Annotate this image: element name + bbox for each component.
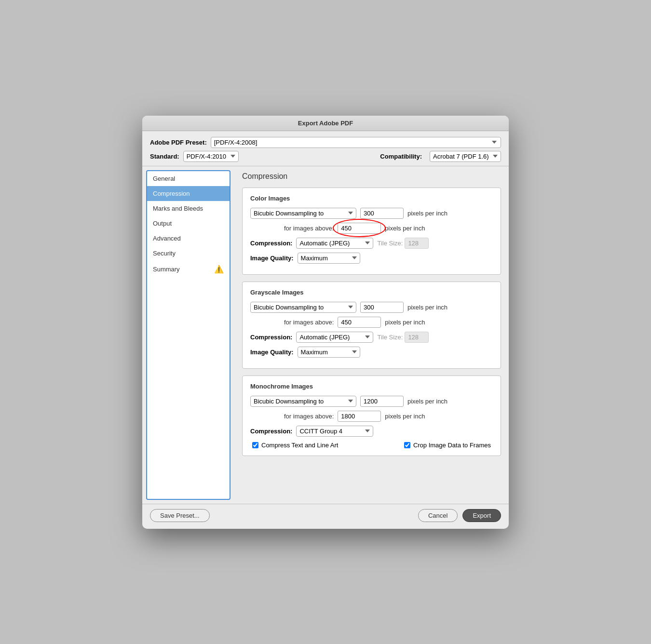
gray-compression-label: Compression: <box>250 334 292 341</box>
mono-for-images-label: for images above: <box>284 413 334 420</box>
warning-icon: ⚠️ <box>214 265 224 274</box>
gray-downsample-unit: pixels per inch <box>407 304 448 311</box>
gray-downsample-row: Bicubic Downsampling to pixels per inch <box>250 302 493 313</box>
color-compression-select[interactable]: Automatic (JPEG) <box>296 238 373 249</box>
main-content: General Compression Marks and Bleeds Out… <box>142 166 509 504</box>
mono-compression-label: Compression: <box>250 428 292 435</box>
export-button[interactable]: Export <box>462 509 501 522</box>
standard-label: Standard: <box>150 153 179 160</box>
color-images-panel: Color Images Bicubic Downsampling to pix… <box>242 188 501 275</box>
monochrome-images-title: Monochrome Images <box>250 383 493 390</box>
sidebar-item-general[interactable]: General <box>147 171 230 186</box>
mono-for-images-unit: pixels per inch <box>385 413 425 420</box>
monochrome-images-panel: Monochrome Images Bicubic Downsampling t… <box>242 376 501 456</box>
std-compat-row: Standard: PDF/X-4:2010 Compatibility: Ac… <box>150 151 501 162</box>
mono-compression-select[interactable]: CCITT Group 4 <box>296 426 373 437</box>
compatibility-label: Compatibility: <box>380 153 422 160</box>
bottom-bar: Save Preset... Cancel Export <box>142 504 509 529</box>
compress-text-item: Compress Text and Line Art <box>252 442 338 449</box>
grayscale-images-panel: Grayscale Images Bicubic Downsampling to… <box>242 282 501 369</box>
mono-downsample-input[interactable] <box>360 396 404 407</box>
color-tile-size-label: Tile Size: <box>377 240 403 247</box>
gray-quality-row: Image Quality: Maximum <box>250 347 493 358</box>
sidebar-item-compression[interactable]: Compression <box>147 186 230 201</box>
color-for-images-label: for images above: <box>284 225 334 232</box>
standard-select[interactable]: PDF/X-4:2010 <box>183 151 239 162</box>
cancel-button[interactable]: Cancel <box>418 509 458 522</box>
gray-quality-label: Image Quality: <box>250 349 294 356</box>
gray-for-images-input[interactable] <box>338 317 381 328</box>
color-for-images-input[interactable] <box>338 223 381 234</box>
color-images-title: Color Images <box>250 195 493 202</box>
gray-tile-size-label: Tile Size: <box>377 334 403 341</box>
gray-downsample-input[interactable] <box>360 302 404 313</box>
crop-image-label: Crop Image Data to Frames <box>413 442 491 449</box>
gray-for-images-row: for images above: pixels per inch <box>250 317 493 328</box>
sidebar-item-summary[interactable]: Summary ⚠️ <box>147 261 230 278</box>
top-section: Adobe PDF Preset: [PDF/X-4:2008] Standar… <box>142 131 509 166</box>
color-quality-label: Image Quality: <box>250 255 294 262</box>
preset-label: Adobe PDF Preset: <box>150 139 207 146</box>
content-area: Compression Color Images Bicubic Downsam… <box>234 166 509 504</box>
color-quality-select[interactable]: Maximum <box>298 253 360 264</box>
compatibility-select[interactable]: Acrobat 7 (PDF 1.6) <box>430 151 501 162</box>
color-downsample-input[interactable] <box>360 208 404 219</box>
red-circle-wrapper <box>338 223 381 234</box>
compress-text-checkbox[interactable] <box>252 442 258 448</box>
crop-image-item: Crop Image Data to Frames <box>404 442 491 449</box>
mono-downsample-select[interactable]: Bicubic Downsampling to <box>250 396 356 407</box>
color-quality-row: Image Quality: Maximum <box>250 253 493 264</box>
gray-compression-row: Compression: Automatic (JPEG) Tile Size: <box>250 332 493 343</box>
compress-text-label: Compress Text and Line Art <box>261 442 338 449</box>
checkboxes-row: Compress Text and Line Art Crop Image Da… <box>250 442 493 449</box>
preset-row: Adobe PDF Preset: [PDF/X-4:2008] <box>150 137 501 148</box>
gray-for-images-label: for images above: <box>284 319 334 326</box>
gray-downsample-select[interactable]: Bicubic Downsampling to <box>250 302 356 313</box>
color-downsample-row: Bicubic Downsampling to pixels per inch <box>250 208 493 219</box>
gray-for-images-unit: pixels per inch <box>385 319 425 326</box>
color-compression-label: Compression: <box>250 240 292 247</box>
mono-for-images-row: for images above: pixels per inch <box>250 411 493 422</box>
mono-compression-row: Compression: CCITT Group 4 <box>250 426 493 437</box>
color-downsample-select[interactable]: Bicubic Downsampling to <box>250 208 356 219</box>
mono-for-images-input[interactable] <box>338 411 381 422</box>
section-title: Compression <box>242 172 501 181</box>
color-compression-row: Compression: Automatic (JPEG) Tile Size: <box>250 238 493 249</box>
sidebar-item-advanced[interactable]: Advanced <box>147 231 230 246</box>
sidebar: General Compression Marks and Bleeds Out… <box>146 170 231 500</box>
gray-quality-select[interactable]: Maximum <box>298 347 360 358</box>
standard-section: Standard: PDF/X-4:2010 <box>150 151 239 162</box>
sidebar-item-marks-bleeds[interactable]: Marks and Bleeds <box>147 201 230 216</box>
gray-compression-select[interactable]: Automatic (JPEG) <box>296 332 373 343</box>
crop-image-checkbox[interactable] <box>404 442 410 448</box>
preset-select[interactable]: [PDF/X-4:2008] <box>211 137 501 148</box>
color-downsample-unit: pixels per inch <box>407 210 448 217</box>
grayscale-images-title: Grayscale Images <box>250 289 493 296</box>
mono-downsample-unit: pixels per inch <box>407 398 448 405</box>
dialog-title: Export Adobe PDF <box>298 120 353 127</box>
mono-downsample-row: Bicubic Downsampling to pixels per inch <box>250 396 493 407</box>
sidebar-item-output[interactable]: Output <box>147 216 230 231</box>
compatibility-section: Compatibility: Acrobat 7 (PDF 1.6) <box>380 151 501 162</box>
gray-tile-size-input <box>405 332 429 343</box>
title-bar: Export Adobe PDF <box>142 116 509 131</box>
export-pdf-dialog: Export Adobe PDF Adobe PDF Preset: [PDF/… <box>142 116 509 529</box>
color-tile-size-input <box>405 238 429 249</box>
sidebar-item-security[interactable]: Security <box>147 246 230 261</box>
bottom-right-buttons: Cancel Export <box>418 509 501 522</box>
save-preset-button[interactable]: Save Preset... <box>150 509 210 522</box>
color-for-images-unit: pixels per inch <box>385 225 425 232</box>
color-for-images-row: for images above: pixels per inch <box>250 223 493 234</box>
